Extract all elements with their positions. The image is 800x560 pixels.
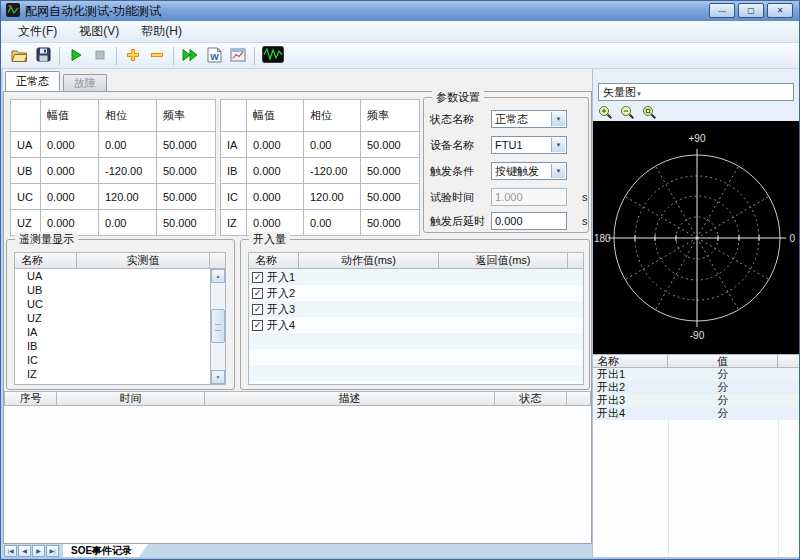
chevron-down-icon[interactable] — [551, 164, 565, 178]
stop-test-button[interactable] — [88, 45, 112, 67]
minimize-button[interactable]: — — [709, 3, 735, 18]
voltage-cell[interactable]: 50.000 — [157, 184, 216, 210]
voltage-cell[interactable]: 50.000 — [157, 132, 216, 158]
save-button[interactable] — [31, 45, 55, 67]
chevron-down-icon[interactable] — [551, 138, 565, 152]
current-cell[interactable]: 0.00 — [304, 210, 361, 236]
run-all-button[interactable] — [178, 45, 202, 67]
current-cell[interactable]: 0.000 — [247, 132, 304, 158]
test-time-input[interactable]: 1.000 — [491, 188, 567, 206]
checkbox-checked-icon[interactable]: ✓ — [252, 288, 263, 299]
telemetry-group: 遥测量显示 名称 实测值 UA UB UC UZ IA IB IC IZ — [6, 239, 235, 390]
current-col-frequency: 频率 — [361, 100, 420, 132]
scroll-up-icon[interactable] — [211, 269, 225, 283]
start-test-button[interactable] — [64, 45, 88, 67]
checkbox-checked-icon[interactable]: ✓ — [252, 304, 263, 315]
soe-event-log-tab[interactable]: SOE事件记录 — [63, 544, 148, 557]
telemetry-row-name[interactable]: IB — [15, 340, 37, 352]
menu-help[interactable]: 帮助(H) — [132, 21, 191, 42]
zoom-restore-icon[interactable] — [642, 105, 657, 122]
voltage-cell[interactable]: 0.000 — [41, 184, 99, 210]
toolbar-separator — [254, 47, 255, 65]
voltage-cell[interactable]: 50.000 — [157, 158, 216, 184]
current-cell[interactable]: 50.000 — [361, 158, 420, 184]
telemetry-row-name[interactable]: IZ — [15, 368, 37, 380]
voltage-corner-cell — [11, 100, 41, 132]
trigger-delay-input[interactable]: 0.000 — [491, 212, 567, 230]
current-cell[interactable]: 0.000 — [247, 158, 304, 184]
voltage-cell[interactable]: 0.00 — [99, 132, 157, 158]
tab-fault-state[interactable]: 故障 — [63, 74, 107, 91]
state-tabbar: 正常态 故障 — [5, 71, 107, 91]
add-state-button[interactable] — [121, 45, 145, 67]
digital-input-name[interactable]: 开入3 — [267, 302, 295, 317]
nav-last-icon[interactable]: ▶| — [46, 545, 59, 557]
telemetry-row-name[interactable]: UA — [15, 270, 42, 282]
open-button[interactable] — [7, 45, 31, 67]
chevron-down-icon[interactable] — [551, 112, 565, 126]
scroll-down-icon[interactable] — [211, 370, 225, 384]
current-table: 幅值 相位 频率 IA 0.000 0.00 50.000 IB 0.000 -… — [220, 99, 420, 236]
plus-icon — [126, 48, 140, 64]
test-time-label: 试验时间 — [430, 190, 491, 205]
state-name-label: 状态名称 — [430, 112, 491, 127]
digital-inputs-header: 名称 动作值(ms) 返回值(ms) — [248, 252, 584, 269]
scroll-thumb[interactable] — [211, 309, 225, 343]
digital-input-name[interactable]: 开入2 — [267, 286, 295, 301]
telemetry-row-name[interactable]: UZ — [15, 312, 42, 324]
zoom-out-icon[interactable] — [620, 105, 635, 122]
view-selector[interactable]: 矢量图 — [598, 83, 794, 101]
current-cell[interactable]: 50.000 — [361, 184, 420, 210]
current-cell[interactable]: 0.000 — [247, 184, 304, 210]
output-name: 开出4 — [593, 406, 668, 421]
voltage-cell[interactable]: 120.00 — [99, 184, 157, 210]
tab-normal-state[interactable]: 正常态 — [5, 71, 60, 91]
remove-state-button[interactable] — [145, 45, 169, 67]
voltage-cell[interactable]: 0.000 — [41, 132, 99, 158]
voltage-cell[interactable]: -120.00 — [99, 158, 157, 184]
trigger-condition-select[interactable]: 按键触发 — [491, 162, 567, 180]
current-cell[interactable]: 120.00 — [304, 184, 361, 210]
device-name-select[interactable]: FTU1 — [491, 136, 567, 154]
chevron-down-icon[interactable] — [636, 86, 642, 98]
digital-inputs-body: ✓ 开入1 ✓ 开入2 ✓ 开入3 ✓ 开入4 — [248, 269, 584, 385]
close-button[interactable]: ✕ — [767, 3, 793, 18]
word-report-button[interactable]: W — [202, 45, 226, 67]
current-cell[interactable]: 0.00 — [304, 132, 361, 158]
trigger-delay-label: 触发后延时 — [430, 214, 491, 229]
telemetry-col-value: 实测值 — [77, 253, 210, 268]
digital-input-name[interactable]: 开入1 — [267, 270, 295, 285]
main-content-panel: 幅值 相位 频率 UA 0.000 0.00 50.000 UB 0.000 -… — [3, 91, 592, 544]
current-cell[interactable]: 50.000 — [361, 210, 420, 236]
digital-input-name[interactable]: 开入4 — [267, 318, 295, 333]
current-cell[interactable]: -120.00 — [304, 158, 361, 184]
app-window: 配网自动化测试-功能测试 — ▢ ✕ 文件(F) 视图(V) 帮助(H) — [0, 0, 800, 560]
zoom-in-icon[interactable] — [598, 105, 613, 122]
state-name-select[interactable]: 正常态 — [491, 110, 567, 128]
current-cell[interactable]: 50.000 — [361, 132, 420, 158]
checkbox-checked-icon[interactable]: ✓ — [252, 320, 263, 331]
telemetry-row-name[interactable]: IA — [15, 326, 37, 338]
menu-file[interactable]: 文件(F) — [9, 21, 66, 42]
polar-label-bottom: -90 — [690, 330, 705, 341]
maximize-button[interactable]: ▢ — [738, 3, 764, 18]
telemetry-row-name[interactable]: UC — [15, 298, 43, 310]
telemetry-row-name[interactable]: IC — [15, 354, 38, 366]
menu-view[interactable]: 视图(V) — [70, 21, 128, 42]
waveform-icon — [262, 46, 284, 65]
report-view-button[interactable] — [226, 45, 250, 67]
nav-first-icon[interactable]: |◀ — [4, 545, 17, 557]
trigger-condition-value: 按键触发 — [495, 164, 539, 179]
nav-prev-icon[interactable]: ◀ — [18, 545, 31, 557]
nav-next-icon[interactable]: ▶ — [32, 545, 45, 557]
voltage-cell[interactable]: 50.000 — [157, 210, 216, 236]
checkbox-checked-icon[interactable]: ✓ — [252, 272, 263, 283]
waveform-button[interactable] — [259, 45, 287, 67]
telemetry-scrollbar[interactable] — [210, 269, 225, 384]
voltage-cell[interactable]: 0.000 — [41, 158, 99, 184]
trigger-delay-unit: s — [582, 215, 588, 227]
current-row-label: IC — [221, 184, 247, 210]
telemetry-row-name[interactable]: UB — [15, 284, 42, 296]
voltage-cell[interactable]: 0.00 — [99, 210, 157, 236]
telemetry-header: 名称 实测值 — [14, 252, 226, 269]
